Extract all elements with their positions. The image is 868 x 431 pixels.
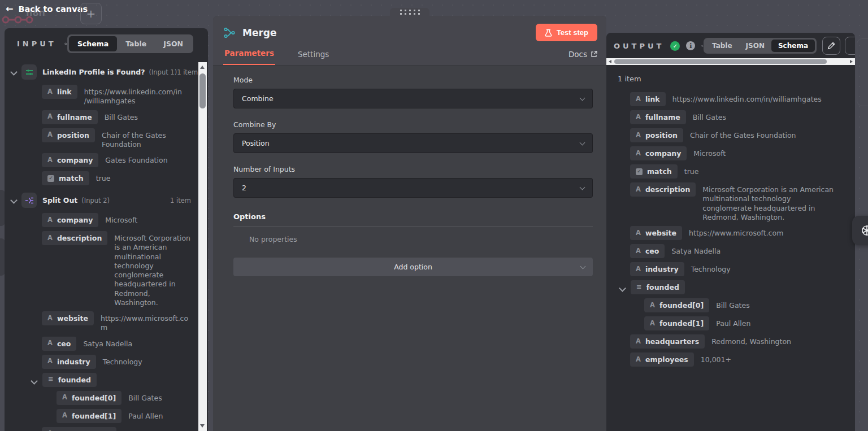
schema-section-header[interactable]: Split Out (Input 2) 1 item <box>11 193 191 208</box>
field-pill[interactable]: Awebsite <box>630 226 682 240</box>
field-pill[interactable]: Afounded[0] <box>644 298 709 312</box>
schema-row[interactable]: Afounded[1] Paul Allen <box>11 409 191 423</box>
docs-link[interactable]: Docs <box>568 50 597 65</box>
schema-row[interactable]: Acompany Microsoft <box>614 146 847 160</box>
tab-json[interactable]: JSON <box>739 40 771 52</box>
string-type-icon: A <box>636 266 641 273</box>
output-panel-header: OUTPUT ✓ i Table JSON Schema <box>606 33 855 58</box>
modal-drag-handle[interactable] <box>390 8 429 16</box>
schema-row[interactable]: Afullname Bill Gates <box>11 110 191 124</box>
chevron-down-icon[interactable] <box>619 285 626 292</box>
field-pill[interactable]: Awebsite <box>42 311 94 325</box>
string-type-icon: A <box>636 96 641 103</box>
schema-row[interactable]: Acompany Microsoft <box>11 213 191 227</box>
field-pill[interactable]: Aemployees <box>630 352 694 367</box>
field-pill[interactable]: Afounded[1] <box>57 409 121 423</box>
field-pill[interactable]: Afounded[1] <box>644 316 709 330</box>
field-pill[interactable]: Adescription <box>42 231 107 245</box>
schema-row[interactable]: Alink https://www.linkedin.com/in/willia… <box>614 92 847 106</box>
scrollbar-thumb[interactable] <box>614 59 827 64</box>
combine-by-select[interactable]: Position <box>233 133 593 153</box>
field-pill[interactable]: ≡founded <box>631 280 685 294</box>
schema-row[interactable]: Afounded[0] Bill Gates <box>614 298 847 312</box>
schema-section-header[interactable]: LinkedIn Profile is Found? (Input 1) 1 i… <box>11 64 191 80</box>
scrollbar-thumb[interactable] <box>199 73 206 108</box>
input-panel-title: INPUT <box>17 40 57 48</box>
ai-assistant-button[interactable] <box>852 216 868 245</box>
field-key: match <box>647 167 672 176</box>
pin-data-button[interactable] <box>845 37 855 55</box>
field-pill[interactable]: Afullname <box>630 110 686 124</box>
field-pill[interactable]: Acompany <box>42 213 98 227</box>
add-option-button[interactable]: Add option <box>233 258 593 276</box>
schema-row[interactable]: Aindustry Technology <box>11 355 191 369</box>
check-glyph: ✓ <box>673 43 678 49</box>
field-key: industry <box>57 358 90 366</box>
schema-row[interactable]: Aceo Satya Nadella <box>614 244 847 258</box>
schema-row[interactable]: Afounded[0] Bill Gates <box>11 391 191 405</box>
scroll-right-arrow[interactable] <box>850 60 853 63</box>
schema-row[interactable]: Adescription Microsoft Corporation is an… <box>614 182 847 222</box>
tab-table[interactable]: Table <box>705 40 739 52</box>
field-pill[interactable]: Alink <box>42 85 77 99</box>
field-pill[interactable]: ✓match <box>630 164 678 179</box>
field-pill[interactable]: Afullname <box>42 110 98 124</box>
tab-schema[interactable]: Schema <box>69 36 117 51</box>
field-pill[interactable]: Acompany <box>630 146 687 160</box>
schema-row[interactable]: ≡founded <box>614 280 847 294</box>
scroll-left-arrow[interactable] <box>609 60 611 63</box>
field-pill[interactable]: ≡founded <box>42 373 97 387</box>
schema-row[interactable]: Aceo Satya Nadella <box>11 337 191 351</box>
schema-row[interactable]: Alink https://www.linkedin.com/in/willia… <box>11 85 191 106</box>
tab-schema[interactable]: Schema <box>771 40 815 52</box>
mode-select[interactable]: Combine <box>233 89 593 108</box>
field-pill[interactable]: Afounded[0] <box>57 391 121 405</box>
schema-row[interactable]: ✓match true <box>614 164 847 179</box>
field-pill[interactable]: Aposition <box>42 128 95 142</box>
back-to-canvas-button[interactable]: ← Back to canvas <box>6 3 88 14</box>
schema-row[interactable]: Adescription Microsoft Corporation is an… <box>11 231 191 307</box>
add-node-button[interactable]: + <box>80 3 102 24</box>
field-pill[interactable]: Aceo <box>630 244 665 258</box>
field-pill[interactable]: Aindustry <box>42 355 96 369</box>
input-vertical-scrollbar[interactable] <box>198 62 207 431</box>
schema-row[interactable]: Aheadquarters Redmond, Washington <box>11 427 191 431</box>
schema-row[interactable]: Afounded[1] Paul Allen <box>614 316 847 330</box>
field-pill[interactable]: Acompany <box>42 153 98 167</box>
tab-parameters[interactable]: Parameters <box>223 49 275 65</box>
combine-by-value: Position <box>242 139 270 147</box>
schema-row[interactable]: ≡founded <box>11 373 191 387</box>
tab-table[interactable]: Table <box>117 36 155 51</box>
schema-row[interactable]: ✓match true <box>11 171 191 185</box>
edit-output-button[interactable] <box>822 37 840 55</box>
schema-row[interactable]: Awebsite https://www.microsoft.com <box>11 311 191 333</box>
schema-row[interactable]: Acompany Gates Foundation <box>11 153 191 167</box>
schema-row[interactable]: Aindustry Technology <box>614 262 847 276</box>
schema-row[interactable]: Awebsite https://www.microsoft.com <box>614 226 847 240</box>
chevron-down-icon[interactable] <box>10 197 18 204</box>
schema-row[interactable]: Aemployees 10,001+ <box>614 352 847 367</box>
tab-json[interactable]: JSON <box>155 36 192 51</box>
scroll-down-arrow[interactable] <box>200 424 205 428</box>
schema-row[interactable]: Afullname Bill Gates <box>614 110 847 124</box>
chevron-down-icon[interactable] <box>10 68 18 76</box>
field-pill[interactable]: ✓match <box>42 171 89 185</box>
field-pill[interactable]: Aheadquarters <box>630 334 705 349</box>
chevron-down-icon[interactable] <box>31 377 38 385</box>
schema-row[interactable]: Aheadquarters Redmond, Washington <box>614 334 847 349</box>
schema-row[interactable]: Aposition Chair of the Gates Foundation <box>11 128 191 150</box>
field-pill[interactable]: Aheadquarters <box>42 427 116 431</box>
tab-settings[interactable]: Settings <box>297 50 330 65</box>
field-pill[interactable]: Aindustry <box>630 262 684 276</box>
field-pill[interactable]: Aposition <box>630 128 683 142</box>
field-pill[interactable]: Adescription <box>630 182 696 197</box>
output-horizontal-scrollbar[interactable] <box>606 58 855 65</box>
scroll-up-arrow[interactable] <box>200 66 205 69</box>
field-value: Satya Nadella <box>83 337 132 349</box>
info-icon[interactable]: i <box>686 41 695 50</box>
field-pill[interactable]: Aceo <box>42 337 76 351</box>
schema-row[interactable]: Aposition Chair of the Gates Foundation <box>614 128 847 142</box>
number-of-inputs-select[interactable]: 2 <box>233 178 593 198</box>
field-pill[interactable]: Alink <box>630 92 666 106</box>
test-step-button[interactable]: Test step <box>536 24 597 41</box>
